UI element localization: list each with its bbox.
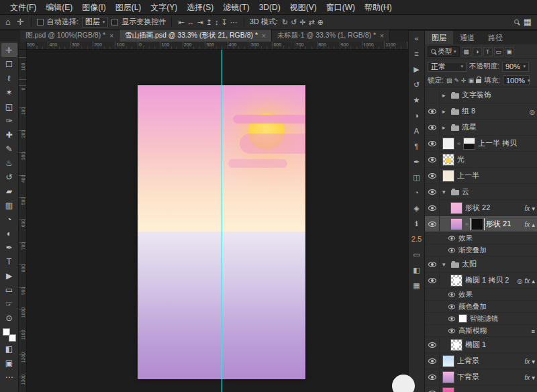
smart-object-filter-icon[interactable]: ▣ [505,47,514,56]
eye-icon[interactable] [448,316,455,321]
timeline-panel-icon[interactable]: ▭ [413,250,420,260]
eye-icon[interactable] [448,304,455,309]
layer-group-row[interactable]: ▸组 8◎ [425,103,537,119]
move-tool[interactable]: ✛ [1,43,17,57]
menu-item[interactable]: 选择(S) [182,0,218,15]
3d-orbit-icon[interactable]: ↻ [281,15,289,29]
path-select-tool[interactable]: ▶ [1,268,17,283]
collapse-dock-icon[interactable]: « [414,34,418,44]
collapse-caret-icon[interactable]: ▾ [442,261,448,268]
quick-selection-tool[interactable]: ✶ [1,85,17,99]
fx-badge[interactable]: fx [524,277,530,284]
menu-item[interactable]: 文件(F) [5,0,41,15]
healing-brush-tool[interactable]: ✚ [1,128,17,142]
screen-mode-icon[interactable]: ▣ [1,356,17,370]
layer-row[interactable]: 椭圆 1 拷贝 2◎fx▴ [425,273,537,289]
pen-tool[interactable]: ✒ [1,240,17,254]
visibility-toggle[interactable] [425,256,440,272]
effects-caret-icon[interactable]: ▾ [532,357,535,364]
close-icon[interactable]: × [262,32,266,40]
vertical-ruler[interactable]: 1000100200300400500600700800900100011001… [19,50,27,392]
menu-item[interactable]: 文字(Y) [146,0,182,15]
layer-thumbnail[interactable] [442,355,454,367]
align-top-icon[interactable]: ↥ [205,15,213,29]
eyedropper-tool[interactable]: ✑ [1,113,17,128]
zoom-tool[interactable]: ⊙ [1,311,17,325]
foreground-color-swatch[interactable] [3,328,10,336]
visibility-toggle[interactable] [425,216,440,232]
visibility-toggle[interactable] [425,168,440,183]
type-filter-icon[interactable]: T [483,47,493,56]
visibility-toggle[interactable] [425,369,440,385]
color-panel-icon[interactable]: ◧ [413,265,420,275]
align-left-icon[interactable]: ⇤ [177,15,185,29]
visibility-toggle[interactable] [425,87,440,103]
menu-item[interactable]: 图像(I) [77,0,110,15]
visibility-toggle[interactable] [425,136,440,151]
clone-stamp-tool[interactable]: ♨ [1,156,17,170]
fill-dropdown[interactable]: 100%▾ [503,75,530,85]
visibility-toggle[interactable] [425,119,440,135]
menu-item[interactable]: 3D(D) [254,0,285,15]
layer-filter-type-dropdown[interactable]: 类型 ▾ [428,46,460,57]
hand-tool[interactable]: ☞ [1,297,17,311]
layer-thumbnail[interactable] [442,387,454,392]
workspace-icon[interactable]: ▦ [522,15,533,29]
fx-badge[interactable]: fx [524,204,530,211]
effects-caret-icon[interactable]: ▴ [532,220,535,228]
visibility-toggle[interactable] [425,103,440,119]
menu-item[interactable]: 窗口(W) [322,0,360,15]
visibility-toggle[interactable] [425,385,440,392]
layer-group-row[interactable]: ▾太阳 [425,256,537,273]
opacity-dropdown[interactable]: 90%▾ [502,62,529,72]
annotation-badge[interactable]: 2.5 [411,234,422,244]
document-tab[interactable]: 雪山插画.psd @ 33.3% (形状 21, RGB/8) *× [119,30,272,42]
more-align-icon[interactable]: ⋯ [230,15,238,29]
align-bottom-icon[interactable]: ↧ [221,15,228,29]
layer-row[interactable]: 上一半 [425,168,537,184]
visibility-toggle[interactable] [425,273,440,288]
align-right-icon[interactable]: ⇥ [197,15,204,29]
visibility-toggle[interactable] [425,152,440,167]
layer-thumbnail[interactable] [442,371,454,383]
layer-thumbnail[interactable] [450,275,462,287]
panel-tab[interactable]: 路径 [481,31,509,44]
marquee-tool[interactable]: ☐ [1,57,17,71]
layer-row[interactable]: 智能滤镜 [425,313,537,325]
dodge-tool[interactable]: ◐ [1,226,17,240]
home-icon[interactable]: ⌂ [4,15,12,29]
visibility-toggle[interactable] [425,200,440,215]
menu-item[interactable]: 视图(V) [285,0,322,15]
panel-tab[interactable]: 图层 [425,31,453,44]
3d-zoom-icon[interactable]: ⊕ [317,15,324,29]
swatches-panel-icon[interactable]: ▦ [413,281,420,291]
blur-tool[interactable]: ◔ [1,212,17,226]
layer-thumbnail[interactable] [442,170,454,182]
smart-object-icon[interactable]: ◎ [517,277,522,284]
eye-icon[interactable] [448,236,455,240]
layer-row[interactable]: 高斯模糊≡ [425,325,537,337]
close-icon[interactable]: × [109,32,113,40]
collapse-caret-icon[interactable]: ▾ [442,189,448,195]
expand-caret-icon[interactable]: ▸ [442,92,448,99]
layer-thumbnail[interactable] [442,154,454,166]
eraser-tool[interactable]: ▰ [1,184,17,198]
close-icon[interactable]: × [380,32,384,40]
layer-row[interactable]: ∞形状 21fx▴ [425,216,537,232]
edit-toolbar-icon[interactable]: ⋯ [1,370,17,384]
menu-item[interactable]: 图层(L) [111,0,146,15]
history-panel-icon[interactable]: ↺ [413,80,420,90]
align-v-center-icon[interactable]: ↕ [214,15,219,29]
layer-row[interactable]: 光 [425,152,537,168]
effects-caret-icon[interactable]: ≡ [531,327,535,334]
quick-mask-icon[interactable]: ◧ [1,342,17,356]
3d-roll-icon[interactable]: ↺ [290,15,297,29]
3d-pan-icon[interactable]: ✛ [299,15,306,29]
fx-badge[interactable]: fx [524,220,530,228]
ruler-origin[interactable] [19,42,27,50]
adjustment-filter-icon[interactable]: ◑ [473,47,482,56]
crop-tool[interactable]: ◱ [1,99,17,113]
layer-group-row[interactable]: ▾云 [425,184,537,200]
effects-caret-icon[interactable]: ▴ [532,277,535,284]
layer-row[interactable]: 效果 [425,289,537,301]
